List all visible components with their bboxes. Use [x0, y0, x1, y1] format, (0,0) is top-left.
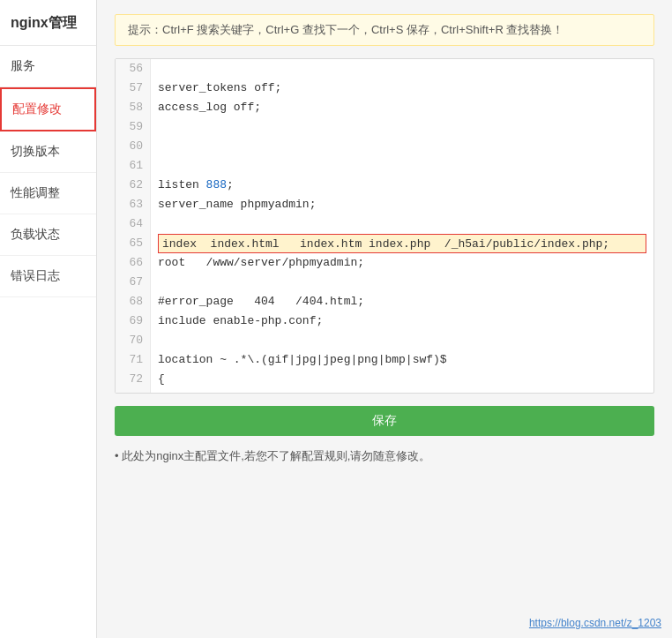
save-button[interactable]: 保存: [115, 406, 654, 436]
hint-text: Ctrl+F 搜索关键字，Ctrl+G 查找下一个，Ctrl+S 保存，Ctrl…: [162, 23, 564, 36]
sidebar-item-performance[interactable]: 性能调整: [0, 173, 96, 214]
sidebar-title: nginx管理: [0, 0, 96, 46]
sidebar-item-service[interactable]: 服务: [0, 46, 96, 87]
hint-prefix: 提示：: [128, 23, 162, 36]
hint-bar: 提示：Ctrl+F 搜索关键字，Ctrl+G 查找下一个，Ctrl+S 保存，C…: [115, 14, 654, 46]
sidebar-item-errorlog[interactable]: 错误日志: [0, 256, 96, 297]
sidebar-item-config[interactable]: 配置修改: [0, 87, 96, 131]
notice-text: 此处为nginx主配置文件,若您不了解配置规则,请勿随意修改。: [115, 448, 654, 464]
code-editor[interactable]: 5657585960616263646566676869707172737475…: [115, 58, 654, 394]
sidebar-item-load[interactable]: 负载状态: [0, 214, 96, 256]
app-layout: nginx管理 服务 配置修改 切换版本 性能调整 负载状态 错误日志 提示：C…: [0, 0, 672, 638]
sidebar-item-version[interactable]: 切换版本: [0, 131, 96, 173]
line-numbers: 5657585960616263646566676869707172737475…: [116, 59, 151, 393]
sidebar: nginx管理 服务 配置修改 切换版本 性能调整 负载状态 错误日志: [0, 0, 97, 638]
code-area[interactable]: server_tokens off;access_log off;listen …: [151, 59, 653, 393]
main-content: 提示：Ctrl+F 搜索关键字，Ctrl+G 查找下一个，Ctrl+S 保存，C…: [97, 0, 672, 638]
watermark: https://blog.csdn.net/z_1203: [529, 617, 661, 629]
